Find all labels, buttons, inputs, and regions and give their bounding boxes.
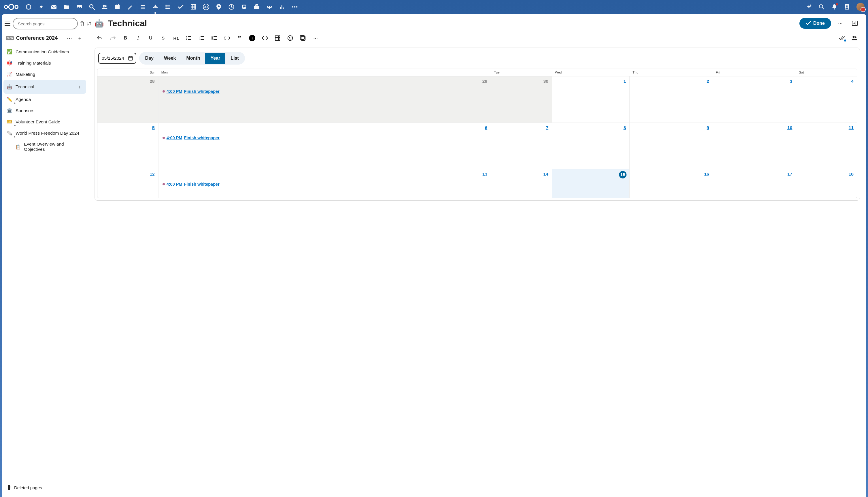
calendar-day-cell[interactable]: 5: [97, 123, 159, 169]
calendar-day-cell[interactable]: 7: [491, 123, 552, 169]
calendar-event[interactable]: 4:00 PMFinish whitepaper: [162, 182, 487, 186]
sidebar-item[interactable]: 📋Event Overview and Objectives: [3, 139, 86, 155]
view-list[interactable]: List: [225, 53, 244, 64]
save-status-icon[interactable]: [836, 33, 848, 43]
day-number[interactable]: 4: [851, 79, 854, 84]
view-day[interactable]: Day: [140, 53, 159, 64]
day-number[interactable]: 28: [149, 79, 155, 84]
day-number[interactable]: 9: [707, 125, 709, 130]
event-time[interactable]: 4:00 PM: [167, 182, 183, 186]
search-input[interactable]: [13, 18, 78, 29]
sidebar-item[interactable]: ✅Communication Guidelines: [3, 46, 86, 57]
attachment-button[interactable]: [297, 33, 309, 43]
sidebar-item[interactable]: ✏️Agenda▸: [3, 94, 86, 105]
analytics-icon[interactable]: [279, 4, 285, 10]
collectives-icon[interactable]: [152, 4, 159, 10]
calendar-event[interactable]: 4:00 PMFinish whitepaper: [162, 89, 487, 94]
handshake-icon[interactable]: [266, 4, 273, 10]
day-number[interactable]: 6: [485, 125, 487, 130]
redo-icon[interactable]: [107, 33, 119, 43]
day-number[interactable]: 12: [149, 172, 155, 177]
calendar-day-cell[interactable]: 4: [796, 76, 857, 123]
sidebar-item[interactable]: 🎯Training Materials: [3, 57, 86, 69]
forms-icon[interactable]: [165, 4, 171, 10]
day-number[interactable]: 15: [619, 171, 626, 179]
page-item-menu-icon[interactable]: ⋯: [66, 83, 74, 91]
calendar-day-cell[interactable]: 3: [713, 76, 796, 123]
ol-button[interactable]: 123: [196, 33, 207, 43]
calendar-day-cell[interactable]: 14: [491, 169, 552, 198]
user-avatar[interactable]: [856, 3, 865, 11]
calendar-day-cell[interactable]: 11: [796, 123, 857, 169]
toolbar-more-icon[interactable]: ⋯: [309, 33, 322, 43]
sidebar-item[interactable]: 🤖Technical⋯＋: [3, 80, 86, 94]
sidebar-item[interactable]: 📈Marketing: [3, 69, 86, 80]
day-number[interactable]: 1: [623, 79, 626, 84]
day-number[interactable]: 3: [790, 79, 793, 84]
expand-caret-icon[interactable]: ▸: [14, 101, 16, 104]
expand-caret-icon[interactable]: ▸: [14, 124, 16, 127]
day-number[interactable]: 13: [482, 172, 487, 177]
gcs-icon[interactable]: GCS: [203, 4, 209, 10]
done-button[interactable]: Done: [799, 18, 831, 29]
calendar-icon[interactable]: [114, 4, 120, 10]
checklist-button[interactable]: [208, 33, 220, 43]
notes-icon[interactable]: [127, 4, 133, 10]
quote-button[interactable]: ”: [233, 33, 246, 43]
sidebar-item[interactable]: 🎫Volunteer Event Guide▸: [3, 116, 86, 127]
page-item-add-icon[interactable]: ＋: [75, 83, 83, 91]
day-number[interactable]: 10: [787, 125, 792, 130]
day-number[interactable]: 18: [849, 172, 854, 177]
emoji-button[interactable]: [284, 33, 296, 43]
calendar-day-cell[interactable]: 9: [630, 123, 713, 169]
day-number[interactable]: 16: [704, 172, 709, 177]
calendar-day-cell[interactable]: 64:00 PMFinish whitepaper: [159, 123, 491, 169]
strike-button[interactable]: S: [157, 33, 170, 43]
day-number[interactable]: 11: [849, 125, 854, 130]
unisearch-icon[interactable]: [819, 4, 825, 10]
ul-button[interactable]: [183, 33, 195, 43]
calendar-day-cell[interactable]: 1: [552, 76, 630, 123]
page-menu-icon[interactable]: ⋯: [835, 18, 845, 29]
collection-add-icon[interactable]: ＋: [76, 34, 84, 42]
transport-icon[interactable]: [241, 4, 247, 10]
day-number[interactable]: 30: [544, 79, 548, 84]
view-year[interactable]: Year: [205, 53, 225, 64]
more-apps-icon[interactable]: [292, 4, 298, 10]
event-time[interactable]: 4:00 PM: [167, 136, 183, 140]
tables-icon[interactable]: [190, 4, 197, 10]
deleted-pages-button[interactable]: Deleted pages: [3, 481, 86, 494]
event-title[interactable]: Finish whitepaper: [184, 89, 219, 94]
calendar-day-cell[interactable]: 17: [713, 169, 796, 198]
sidebar-item[interactable]: 🏛️Sponsors: [3, 105, 86, 116]
view-month[interactable]: Month: [181, 53, 205, 64]
calendar-day-cell[interactable]: 30: [491, 76, 552, 123]
heading-button[interactable]: H1: [170, 33, 182, 43]
calendar-day-cell[interactable]: 15: [552, 169, 630, 198]
calendar-day-cell[interactable]: 16: [630, 169, 713, 198]
day-number[interactable]: 14: [544, 172, 548, 177]
contacts-icon[interactable]: [101, 4, 108, 10]
expand-caret-icon[interactable]: ▸: [14, 135, 16, 138]
nextcloud-logo[interactable]: [3, 3, 19, 11]
trash-icon[interactable]: [80, 19, 84, 28]
event-title[interactable]: Finish whitepaper: [184, 182, 219, 186]
event-title[interactable]: Finish whitepaper: [184, 136, 219, 140]
italic-button[interactable]: I: [132, 33, 144, 43]
calendar-day-cell[interactable]: 10: [713, 123, 796, 169]
bold-button[interactable]: B: [119, 33, 131, 43]
calendar-day-cell[interactable]: 2: [630, 76, 713, 123]
underline-button[interactable]: U: [145, 33, 157, 43]
day-number[interactable]: 5: [152, 125, 155, 130]
editor-body[interactable]: 05/15/2024 Day Week Month Year List SunM…: [88, 47, 866, 497]
sidebar-toggle-icon[interactable]: [5, 19, 10, 29]
calendar-day-cell[interactable]: 134:00 PMFinish whitepaper: [159, 169, 491, 198]
day-number[interactable]: 17: [787, 172, 792, 177]
date-picker[interactable]: 05/15/2024: [98, 53, 136, 64]
event-time[interactable]: 4:00 PM: [167, 89, 183, 94]
notifications-icon[interactable]: [831, 4, 837, 10]
tasks-icon[interactable]: [177, 4, 184, 10]
collection-title[interactable]: Conference 2024: [16, 35, 63, 41]
link-button[interactable]: [221, 33, 233, 43]
code-button[interactable]: [259, 33, 271, 43]
